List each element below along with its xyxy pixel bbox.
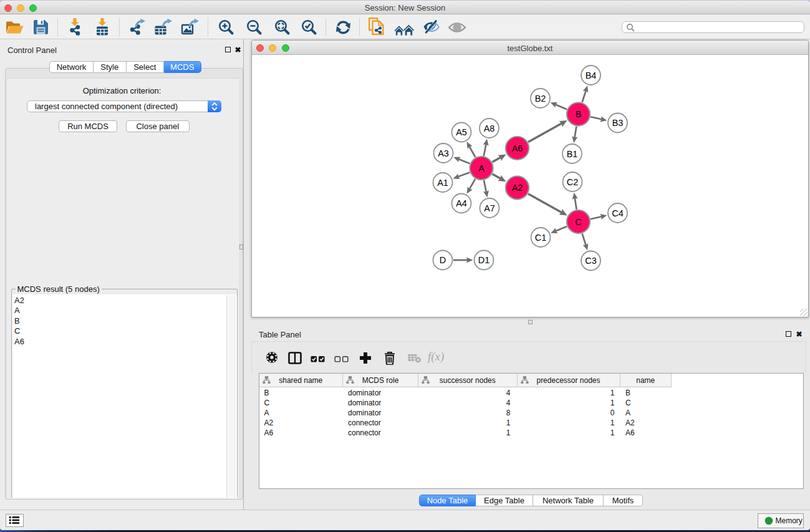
svg-text:A5: A5 bbox=[456, 127, 467, 137]
svg-text:A6: A6 bbox=[511, 143, 523, 153]
svg-text:B3: B3 bbox=[612, 118, 623, 128]
svg-text:A4: A4 bbox=[456, 198, 467, 208]
svg-text:C4: C4 bbox=[612, 208, 624, 218]
svg-text:C1: C1 bbox=[534, 233, 546, 243]
svg-text:D: D bbox=[439, 255, 445, 265]
svg-text:B4: B4 bbox=[585, 70, 596, 80]
svg-text:A2: A2 bbox=[511, 183, 523, 193]
svg-text:B: B bbox=[575, 109, 581, 119]
svg-text:A: A bbox=[478, 163, 485, 173]
svg-text:A8: A8 bbox=[483, 123, 494, 133]
svg-text:B2: B2 bbox=[534, 94, 546, 104]
svg-text:C: C bbox=[575, 217, 581, 227]
svg-text:A7: A7 bbox=[484, 203, 495, 213]
svg-text:A1: A1 bbox=[437, 178, 448, 188]
svg-text:C2: C2 bbox=[566, 177, 578, 187]
svg-text:A3: A3 bbox=[438, 148, 449, 158]
svg-text:D1: D1 bbox=[478, 255, 489, 265]
svg-text:B1: B1 bbox=[566, 149, 577, 159]
svg-text:C3: C3 bbox=[585, 256, 597, 266]
